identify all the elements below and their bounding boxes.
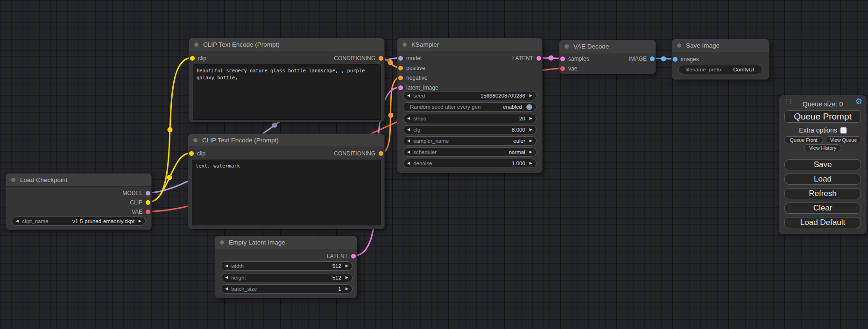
output-slot-conditioning[interactable]: CONDITIONING <box>334 55 383 62</box>
increment-arrow-icon[interactable]: ▶ <box>346 287 348 291</box>
widget-value: euler <box>449 138 529 144</box>
input-slot-vae[interactable]: vae <box>560 65 577 72</box>
model-output-dot[interactable] <box>146 191 150 196</box>
decrement-arrow-icon[interactable]: ◀ <box>16 219 19 223</box>
decrement-arrow-icon[interactable]: ◀ <box>225 287 228 291</box>
load-default-button[interactable]: Load Default <box>784 217 861 228</box>
view-history-button[interactable]: View History <box>804 144 841 151</box>
save-button[interactable]: Save <box>784 159 861 170</box>
decrement-arrow-icon[interactable]: ◀ <box>407 139 410 143</box>
increment-arrow-icon[interactable]: ▶ <box>346 264 348 268</box>
samples-input-dot[interactable] <box>560 56 565 61</box>
images-input-dot[interactable] <box>673 57 677 62</box>
widget-name: cfg <box>413 127 420 133</box>
queue-front-button[interactable]: Queue Front <box>784 136 823 143</box>
extra-options-checkbox[interactable] <box>840 127 847 133</box>
clip-input-dot[interactable] <box>189 151 194 156</box>
sampler-name-widget[interactable]: ◀ sampler_name euler ▶ <box>403 136 536 146</box>
queue-prompt-button[interactable]: Queue Prompt <box>784 110 861 123</box>
batch-size-widget[interactable]: ◀ batch_size 1 ▶ <box>221 284 353 294</box>
collapse-dot-icon[interactable] <box>11 178 15 182</box>
node-title-bar[interactable]: Load Checkpoint <box>6 174 151 187</box>
collapse-dot-icon[interactable] <box>193 138 198 142</box>
filename-prefix-widget[interactable]: filename_prefix ComfyUI <box>678 65 762 74</box>
denoise-widget[interactable]: ◀ denoise 1.000 ▶ <box>403 159 536 168</box>
increment-arrow-icon[interactable]: ▶ <box>529 150 532 154</box>
width-widget[interactable]: ◀ width 512 ▶ <box>221 261 353 271</box>
decrement-arrow-icon[interactable]: ◀ <box>225 276 228 280</box>
latent-image-input-dot[interactable] <box>398 85 403 90</box>
positive-input-dot[interactable] <box>398 66 403 70</box>
output-slot-latent[interactable]: LATENT <box>512 55 541 62</box>
collapse-dot-icon[interactable] <box>565 44 569 49</box>
input-slot-samples[interactable]: samples <box>560 55 589 63</box>
conditioning-output-dot[interactable] <box>379 151 383 156</box>
output-slot-clip[interactable]: CLIP <box>130 199 150 206</box>
comfyui-canvas[interactable]: { "app": "ComfyUI node graph", "colors":… <box>0 0 868 329</box>
latent-output-dot[interactable] <box>351 254 356 259</box>
input-slot-clip[interactable]: clip <box>189 150 205 157</box>
clear-button[interactable]: Clear <box>784 203 861 214</box>
random-seed-toggle-widget[interactable]: Random seed after every gen enabled <box>403 102 536 112</box>
output-slot-model[interactable]: MODEL <box>122 189 150 197</box>
increment-arrow-icon[interactable]: ▶ <box>529 128 532 132</box>
decrement-arrow-icon[interactable]: ◀ <box>407 150 410 154</box>
widget-value: ComfyUI <box>722 67 758 72</box>
image-output-dot[interactable] <box>650 56 655 61</box>
increment-arrow-icon[interactable]: ▶ <box>139 219 141 223</box>
load-button[interactable]: Load <box>784 174 861 185</box>
scheduler-widget[interactable]: ◀ scheduler normal ▶ <box>403 147 536 157</box>
steps-widget[interactable]: ◀ steps 20 ▶ <box>403 114 536 123</box>
refresh-button[interactable]: Refresh <box>784 188 861 199</box>
input-slot-positive[interactable]: positive <box>398 64 425 72</box>
vae-input-dot[interactable] <box>560 66 565 71</box>
decrement-arrow-icon[interactable]: ◀ <box>407 161 410 165</box>
collapse-dot-icon[interactable] <box>194 42 198 47</box>
model-input-dot[interactable] <box>398 56 403 61</box>
decrement-arrow-icon[interactable]: ◀ <box>407 94 410 98</box>
node-title-bar[interactable]: CLIP Text Encode (Prompt) <box>188 134 384 147</box>
toggle-enabled-dot[interactable] <box>526 104 532 110</box>
decrement-arrow-icon[interactable]: ◀ <box>407 117 410 120</box>
wire-midpoint-dot <box>167 175 172 180</box>
increment-arrow-icon[interactable]: ▶ <box>529 117 532 120</box>
negative-input-dot[interactable] <box>398 76 403 80</box>
gear-icon[interactable]: ⚙ <box>855 98 862 105</box>
increment-arrow-icon[interactable]: ▶ <box>346 276 348 280</box>
output-slot-image[interactable]: IMAGE <box>628 55 655 63</box>
conditioning-output-dot[interactable] <box>379 56 383 61</box>
input-slot-images[interactable]: images <box>673 56 699 63</box>
node-title-bar[interactable]: KSampler <box>397 38 542 51</box>
extra-options-label: Extra options <box>799 126 837 134</box>
input-slot-latent-image[interactable]: latent_image <box>398 84 438 91</box>
positive-prompt-textarea[interactable]: beautiful scenery nature glass bottle la… <box>193 64 381 120</box>
input-slot-negative[interactable]: negative <box>398 74 427 82</box>
latent-output-dot[interactable] <box>536 56 541 61</box>
clip-output-dot[interactable] <box>146 200 150 205</box>
decrement-arrow-icon[interactable]: ◀ <box>407 128 410 132</box>
output-slot-latent[interactable]: LATENT <box>327 252 356 260</box>
collapse-dot-icon[interactable] <box>677 43 681 48</box>
cfg-widget[interactable]: ◀ cfg 8.000 ▶ <box>403 125 536 134</box>
output-slot-conditioning[interactable]: CONDITIONING <box>334 150 383 157</box>
input-slot-clip[interactable]: clip <box>190 55 206 62</box>
input-slot-model[interactable]: model <box>398 55 422 62</box>
node-title-bar[interactable]: VAE Decode <box>559 40 656 53</box>
height-widget[interactable]: ◀ height 512 ▶ <box>221 273 353 282</box>
negative-prompt-textarea[interactable]: text, watermark <box>192 160 381 225</box>
increment-arrow-icon[interactable]: ▶ <box>529 139 532 143</box>
view-queue-button[interactable]: View Queue <box>826 136 861 143</box>
node-title-bar[interactable]: Save Image <box>672 39 769 52</box>
collapse-dot-icon[interactable] <box>220 240 224 245</box>
vae-output-dot[interactable] <box>146 210 150 214</box>
collapse-dot-icon[interactable] <box>402 42 407 47</box>
increment-arrow-icon[interactable]: ▶ <box>529 161 532 165</box>
ckpt-name-widget[interactable]: ◀ ckpt_name v1-5-pruned-emaonly.ckpt ▶ <box>12 217 146 226</box>
node-title-bar[interactable]: CLIP Text Encode (Prompt) <box>189 38 384 51</box>
node-title-bar[interactable]: Empty Latent Image <box>215 236 357 249</box>
decrement-arrow-icon[interactable]: ◀ <box>225 264 228 268</box>
clip-input-dot[interactable] <box>190 56 195 61</box>
output-slot-vae[interactable]: VAE <box>132 208 150 216</box>
seed-widget[interactable]: ◀ seed 156680208700286 ▶ <box>403 91 536 100</box>
increment-arrow-icon[interactable]: ▶ <box>529 94 532 98</box>
